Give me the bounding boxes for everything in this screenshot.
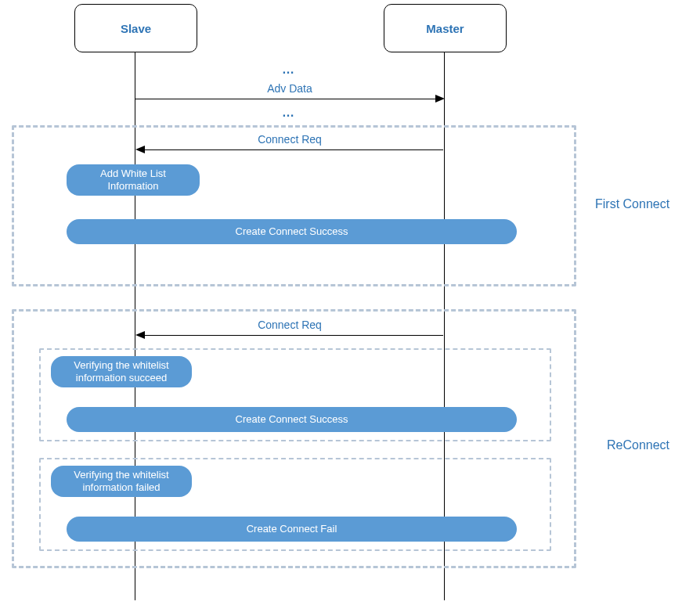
sequence-diagram: Slave Master … Adv Data … First Connect … [0, 0, 700, 605]
msg-label-connect-req-1: Connect Req [235, 133, 345, 146]
pill-add-whitelist: Add White List Information [67, 164, 200, 196]
msg-connect-req-1-arrow [135, 146, 145, 153]
pill-verify-succeed: Verifying the whitelist information succ… [51, 356, 192, 387]
pill-create-success-1-label: Create Connect Success [236, 225, 348, 238]
actor-slave-label: Slave [121, 22, 151, 35]
actor-master: Master [384, 4, 507, 52]
msg-adv-data-line [135, 99, 440, 99]
actor-master-label: Master [426, 22, 464, 35]
msg-connect-req-2-arrow [135, 331, 145, 339]
msg-connect-req-1-line [139, 149, 443, 150]
pill-create-success-1: Create Connect Success [67, 219, 517, 244]
pill-create-fail: Create Connect Fail [67, 517, 517, 542]
pill-create-success-2: Create Connect Success [67, 407, 517, 432]
pill-verify-succeed-label: Verifying the whitelist information succ… [59, 359, 184, 384]
pill-verify-failed: Verifying the whitelist information fail… [51, 466, 192, 497]
group-first-connect-label: First Connect [595, 197, 669, 211]
pill-verify-failed-label: Verifying the whitelist information fail… [59, 469, 184, 493]
pill-create-success-2-label: Create Connect Success [236, 413, 348, 426]
msg-adv-data-arrow [435, 95, 445, 103]
pill-create-fail-label: Create Connect Fail [247, 523, 337, 535]
msg-label-adv-data: Adv Data [235, 82, 345, 95]
actor-slave: Slave [74, 4, 197, 52]
ellipsis-top: … [282, 63, 294, 77]
msg-label-connect-req-2: Connect Req [235, 319, 345, 331]
group-reconnect-label: ReConnect [607, 438, 669, 452]
msg-connect-req-2-line [139, 335, 443, 336]
pill-add-whitelist-label: Add White List Information [74, 167, 192, 192]
ellipsis-mid: … [282, 106, 294, 120]
